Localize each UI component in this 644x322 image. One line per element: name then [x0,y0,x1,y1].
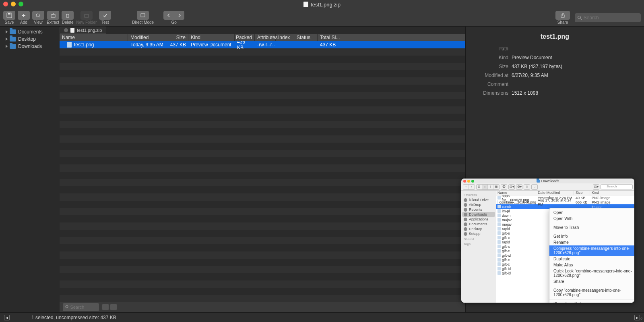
filter-icon-2[interactable] [110,304,117,310]
ctx-getinfo[interactable]: Get Info [549,233,634,239]
column-headers[interactable]: Name Modified Size Kind Packed Attribute… [60,34,465,41]
direct-mode-button[interactable]: Direct Mode [132,11,154,25]
titlebar: test1.png.zip [0,0,644,9]
nav-forward-button[interactable] [174,11,184,20]
empty-row [60,280,465,288]
info-mod-value: 6/27/20, 9:35 AM [512,73,636,78]
col-index[interactable]: Index [276,34,294,41]
toolbar-search[interactable] [575,13,641,22]
ctx-rename[interactable]: Rename [549,239,634,245]
toolbar: Save Add View Extract Delete New Folder … [0,9,644,27]
info-path-value [512,46,636,52]
col-total-size[interactable]: Total Si... [318,34,465,41]
info-title: test1.png [474,33,636,40]
svg-rect-6 [51,15,55,17]
sidebar-item-desktop[interactable]: Desktop [0,35,60,43]
col-size[interactable]: Size [166,34,188,41]
zoom-window-button[interactable] [19,2,23,6]
col-status[interactable]: Status [294,34,318,41]
empty-row [60,77,465,85]
info-comment-value [512,81,636,87]
ctx-compress[interactable]: Compress "combine-messangers-into-one-12… [549,245,634,256]
col-name[interactable]: Name [60,34,128,41]
col-modified[interactable]: Modified [128,34,166,41]
info-path-key: Path [474,46,508,52]
empty-row [60,193,465,201]
toolbar-search-input[interactable] [584,15,638,21]
save-button[interactable]: Save [3,11,15,25]
delete-button[interactable]: Delete [62,11,74,25]
ctx-open[interactable]: Open [549,210,634,216]
empty-row [60,48,465,56]
file-list-panel: test1.png.zip Name Modified Size Kind Pa… [60,27,465,312]
info-size-key: Size [474,64,508,69]
ctx-quicklook[interactable]: Quick Look "combine-messangers-into-one-… [549,268,634,278]
tab-bar: test1.png.zip [60,27,465,34]
bottom-filter-bar [60,302,465,312]
svg-rect-3 [23,14,24,17]
empty-row [60,150,465,157]
filter-search[interactable] [63,303,99,311]
empty-row [60,99,465,106]
info-kind-value: Preview Document [512,55,636,60]
col-packed[interactable]: Packed [235,34,255,41]
info-panel: test1.png Path Kind Preview Document Siz… [465,27,644,312]
empty-row [60,157,465,164]
ctx-trash[interactable]: Move to Trash [549,224,634,231]
status-selected: 1 selected, uncompressed size: 437 KB [31,315,116,320]
svg-point-15 [66,305,68,308]
nav-back-button[interactable] [163,11,174,20]
add-button[interactable]: Add [18,11,30,25]
ctx-viewopts[interactable]: Show View Options [549,301,634,303]
empty-row [60,230,465,237]
ctx-alias[interactable]: Make Alias [549,262,634,268]
share-button[interactable] [555,11,570,20]
empty-row [60,288,465,295]
empty-row [60,244,465,251]
folder-icon [10,29,16,34]
empty-row [60,135,465,143]
empty-row [60,121,465,128]
resize-handle[interactable] [638,316,642,320]
empty-row [60,215,465,222]
ctx-open-with[interactable]: Open With [549,216,634,222]
go-button[interactable]: Go [163,11,184,25]
empty-row [60,106,465,114]
tab-close-button[interactable] [64,28,68,32]
empty-row [60,56,465,63]
sidebar-item-downloads[interactable]: Downloads [0,43,60,50]
empty-row [60,222,465,230]
close-window-button[interactable] [3,2,8,6]
ctx-share[interactable]: Share [549,278,634,285]
info-dim-key: Dimensions [474,90,508,96]
empty-row [60,63,465,70]
tab-label: test1.png.zip [77,28,102,33]
preview-title: Downloads [541,179,559,183]
sidebar-label: Documents [18,29,43,35]
window-controls [3,2,23,6]
info-dim-value: 1512 x 1098 [512,90,636,96]
ctx-duplicate[interactable]: Duplicate [549,256,634,262]
window-title: test1.png.zip [311,2,341,8]
empty-row [60,259,465,266]
sidebar-item-documents[interactable]: Documents [0,28,60,35]
extract-button[interactable]: Extract [47,11,59,25]
status-icon-left[interactable]: ◂ [4,315,10,320]
tab-archive[interactable]: test1.png.zip [60,27,106,34]
test-button[interactable]: Test [99,11,111,25]
filter-search-input[interactable] [70,305,97,310]
view-button[interactable]: View [32,11,44,25]
empty-row [60,128,465,135]
file-row[interactable]: test1.pngToday, 9:35 AM437 KBPreview Doc… [60,41,465,48]
empty-row [60,186,465,193]
folder-icon [10,37,16,42]
ctx-copy[interactable]: Copy "combine-messangers-into-one-1200x6… [549,287,634,298]
empty-row [60,172,465,179]
filter-icon-1[interactable] [102,304,109,310]
folder-icon [10,44,16,49]
minimize-window-button[interactable] [11,2,16,6]
col-attributes[interactable]: Attributes [255,34,276,41]
col-kind[interactable]: Kind [188,34,235,41]
status-bar: ◂ 1 selected, uncompressed size: 437 KB … [0,312,644,322]
disclosure-icon [6,45,8,48]
